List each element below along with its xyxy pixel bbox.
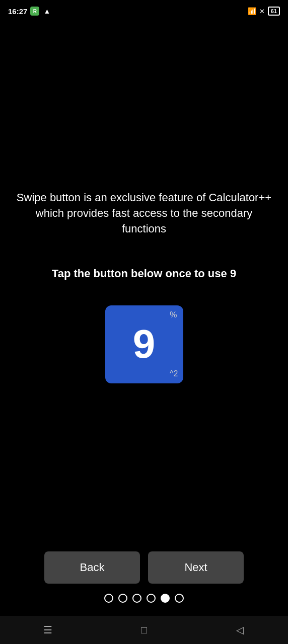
status-right: 📶 ✕ 61: [248, 7, 280, 16]
dot-3: [132, 594, 141, 603]
calc-button-bottom-right-label: ^2: [170, 369, 178, 378]
bottom-area: Back Next: [0, 551, 288, 616]
home-icon: □: [141, 624, 147, 636]
calc-button-9[interactable]: % 9 ^2: [105, 305, 183, 383]
calc-button-wrapper: % 9 ^2: [105, 305, 183, 383]
status-icon-green: R: [30, 7, 39, 16]
android-home-button[interactable]: □: [131, 622, 157, 637]
calc-button-main-value: 9: [133, 324, 156, 364]
status-bar: 16:27 R ▲ 📶 ✕ 61: [0, 0, 288, 22]
nav-buttons: Back Next: [34, 551, 254, 584]
back-button[interactable]: Back: [44, 551, 140, 584]
page-dots: [104, 594, 184, 603]
wifi-icon: 📶: [248, 7, 256, 15]
dot-2: [118, 594, 127, 603]
android-nav-bar: ☰ □ ◁: [0, 616, 288, 644]
dot-4: [147, 594, 156, 603]
status-left: 16:27 R ▲: [8, 7, 51, 16]
android-back-button[interactable]: ◁: [228, 622, 253, 637]
dot-1: [104, 594, 113, 603]
menu-icon: ☰: [43, 624, 52, 636]
main-content: Swipe button is an exclusive feature of …: [0, 22, 288, 551]
battery-indicator: 61: [268, 7, 280, 16]
status-time: 16:27: [8, 7, 27, 16]
dot-6: [175, 594, 184, 603]
instruction-text: Tap the button below once to use 9: [52, 267, 236, 280]
description-text: Swipe button is an exclusive feature of …: [15, 190, 273, 236]
calc-button-top-right-label: %: [170, 310, 177, 319]
next-button[interactable]: Next: [148, 551, 244, 584]
back-icon: ◁: [236, 624, 244, 636]
x-icon: ✕: [259, 8, 265, 15]
status-icon-warning: ▲: [42, 7, 51, 16]
dot-5-active: [161, 594, 170, 603]
android-menu-button[interactable]: ☰: [35, 622, 60, 637]
